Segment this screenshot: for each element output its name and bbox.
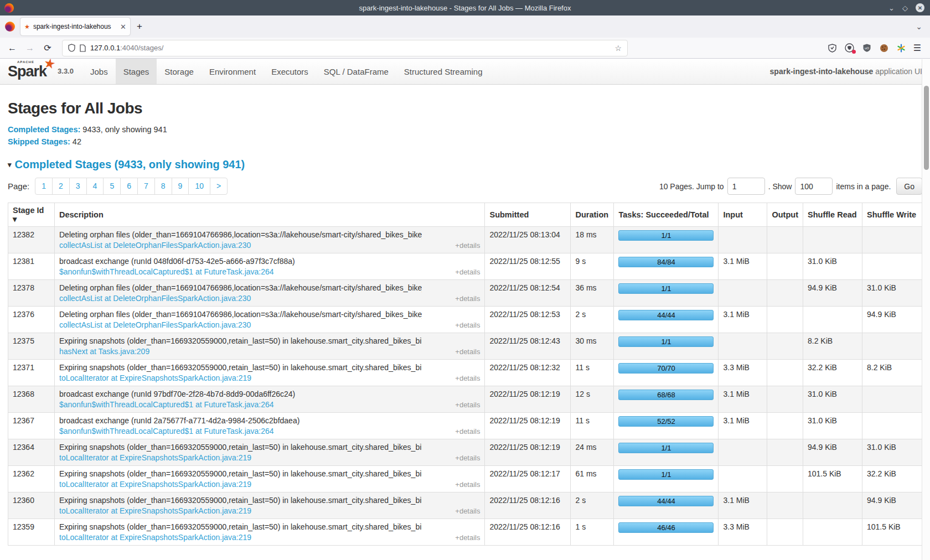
stage-description: Expiring snapshots (older_than=166932055… [59,469,422,478]
page-button-3[interactable]: 3 [69,178,87,195]
details-toggle[interactable]: +details [455,427,480,435]
details-toggle[interactable]: +details [455,507,480,515]
page-button-7[interactable]: 7 [137,178,155,195]
stage-detail-link[interactable]: toLocalIterator at ExpireSnapshotsSparkA… [59,374,251,382]
page-info-icon[interactable] [80,44,86,52]
column-header[interactable]: Shuffle Read [803,203,862,227]
stage-detail-link[interactable]: toLocalIterator at ExpireSnapshotsSparkA… [59,480,251,489]
page-content: Stages for All Jobs Completed Stages: 94… [0,100,930,546]
completed-stages-link[interactable]: Completed Stages: [8,125,80,134]
url-bar[interactable]: 127.0.0.1:4040/stages/ ☆ [62,40,628,56]
stage-detail-link[interactable]: toLocalIterator at ExpireSnapshotsSparkA… [59,533,251,542]
completed-stages-section-toggle[interactable]: ▾Completed Stages (9433, only showing 94… [8,158,922,171]
page-button-9[interactable]: 9 [172,178,189,195]
skipped-stages-link[interactable]: Skipped Stages: [8,137,70,146]
column-header[interactable]: Description [55,203,485,227]
spark-nav-item-stages[interactable]: Stages [116,59,157,84]
page-button-6[interactable]: 6 [120,178,138,195]
details-toggle[interactable]: +details [455,374,480,382]
stage-detail-link[interactable]: collectAsList at DeleteOrphanFilesSparkA… [59,320,251,329]
stage-detail-link[interactable]: hasNext at Tasks.java:209 [59,347,149,356]
details-toggle[interactable]: +details [455,321,480,329]
table-row: 12367broadcast exchange (runId 2a75677f-… [8,413,922,439]
next-page-button[interactable]: > [210,178,228,195]
page-button-10[interactable]: 10 [188,178,210,195]
privacy-shield-ext-icon[interactable] [828,43,838,53]
tasks-cell: 44/44 [614,492,719,519]
page-button-8[interactable]: 8 [154,178,172,195]
jump-to-input[interactable] [727,178,765,195]
spark-nav-item-jobs[interactable]: Jobs [82,59,116,84]
description-cell: Expiring snapshots (older_than=166932055… [55,519,485,546]
stage-detail-link[interactable]: collectAsList at DeleteOrphanFilesSparkA… [59,294,251,303]
stage-detail-link[interactable]: $anonfun$withThreadLocalCaptured$1 at Fu… [59,400,274,409]
browser-tab[interactable]: ★ spark-ingest-into-lakehous ✕ [20,18,130,35]
page-button-5[interactable]: 5 [103,178,121,195]
column-header[interactable]: Output [767,203,803,227]
tasks-progress-bar: 1/1 [618,443,714,453]
cookie-ext-icon[interactable] [879,43,889,53]
spark-nav-item-storage[interactable]: Storage [157,59,202,84]
spark-nav-item-environment[interactable]: Environment [202,59,264,84]
submitted-cell: 2022/11/25 08:12:19 [485,439,571,466]
tasks-cell: 1/1 [614,280,719,307]
minimize-icon[interactable]: ⌄ [888,4,895,12]
tab-close-icon[interactable]: ✕ [120,23,126,31]
scrollbar-thumb[interactable] [924,86,929,170]
asterisk-ext-icon[interactable] [896,43,906,53]
page-button-4[interactable]: 4 [86,178,104,195]
details-toggle[interactable]: +details [455,480,480,489]
url-text[interactable]: 127.0.0.1:4040/stages/ [90,44,610,52]
vertical-scrollbar[interactable] [922,59,930,560]
stage-detail-link[interactable]: toLocalIterator at ExpireSnapshotsSparkA… [59,506,251,515]
details-toggle[interactable]: +details [455,401,480,409]
spark-nav-item-structured-streaming[interactable]: Structured Streaming [396,59,490,84]
show-count-input[interactable] [795,178,833,195]
spark-nav-item-sql-dataframe[interactable]: SQL / DataFrame [316,59,396,84]
shield-icon[interactable] [68,44,75,52]
back-button[interactable]: ← [4,43,20,53]
column-header[interactable]: Tasks: Succeeded/Total [614,203,719,227]
stage-detail-link[interactable]: $anonfun$withThreadLocalCaptured$1 at Fu… [59,267,274,276]
column-header[interactable]: Shuffle Write [862,203,922,227]
new-tab-button[interactable]: + [137,21,142,32]
page-button-2[interactable]: 2 [52,178,70,195]
stage-id-cell: 12376 [8,307,55,333]
tasks-progress-bar: 1/1 [618,469,714,480]
stage-detail-link[interactable]: $anonfun$withThreadLocalCaptured$1 at Fu… [59,427,274,435]
stage-detail-link[interactable]: collectAsList at DeleteOrphanFilesSparkA… [59,241,251,250]
spark-logo[interactable]: Spark APACHE ★ [8,64,50,79]
column-header[interactable]: Stage Id ▾ [8,203,55,227]
submitted-cell: 2022/11/25 08:12:16 [485,519,571,546]
details-toggle[interactable]: +details [455,268,480,276]
list-tabs-chevron-icon[interactable]: ⌄ [916,22,922,31]
menu-icon[interactable]: ☰ [913,43,921,53]
spark-nav-item-executors[interactable]: Executors [264,59,316,84]
items-label: items in a page. [836,182,891,191]
shuffle-read-cell: 31.0 KiB [803,413,862,439]
description-cell: Expiring snapshots (older_than=166932055… [55,333,485,360]
input-cell [719,333,767,360]
maximize-icon[interactable]: ◇ [902,4,908,12]
stage-detail-link[interactable]: toLocalIterator at ExpireSnapshotsSparkA… [59,453,251,462]
details-toggle[interactable]: +details [455,454,480,462]
details-toggle[interactable]: +details [455,294,480,303]
close-icon[interactable]: ✕ [916,3,924,12]
stage-description: Expiring snapshots (older_than=166932055… [59,443,422,452]
details-toggle[interactable]: +details [455,241,480,250]
column-header[interactable]: Submitted [485,203,571,227]
forward-button[interactable]: → [22,43,38,53]
shuffle-write-cell [862,413,922,439]
ublock-shield-ext-icon[interactable]: uO [862,43,872,53]
firefox-icon [5,22,15,32]
column-header[interactable]: Input [719,203,767,227]
details-toggle[interactable]: +details [455,348,480,356]
go-button[interactable]: Go [896,178,922,195]
details-toggle[interactable]: +details [455,533,480,542]
column-header[interactable]: Duration [571,203,614,227]
spark-star-icon: ★ [43,56,56,71]
bookmark-star-icon[interactable]: ☆ [614,44,622,53]
reload-button[interactable]: ⟳ [40,43,55,53]
page-button-1[interactable]: 1 [35,178,53,195]
container-mask-ext-icon[interactable] [845,43,855,53]
